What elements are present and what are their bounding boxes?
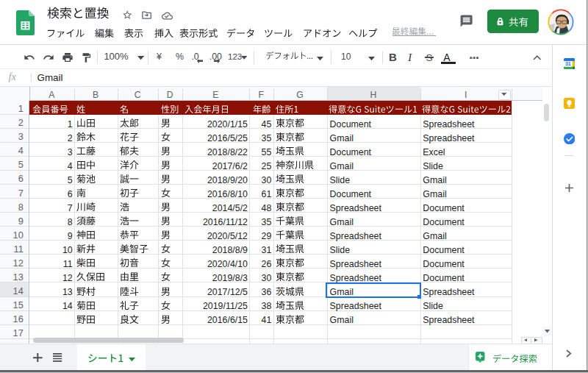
svg-text:31: 31	[564, 61, 570, 66]
